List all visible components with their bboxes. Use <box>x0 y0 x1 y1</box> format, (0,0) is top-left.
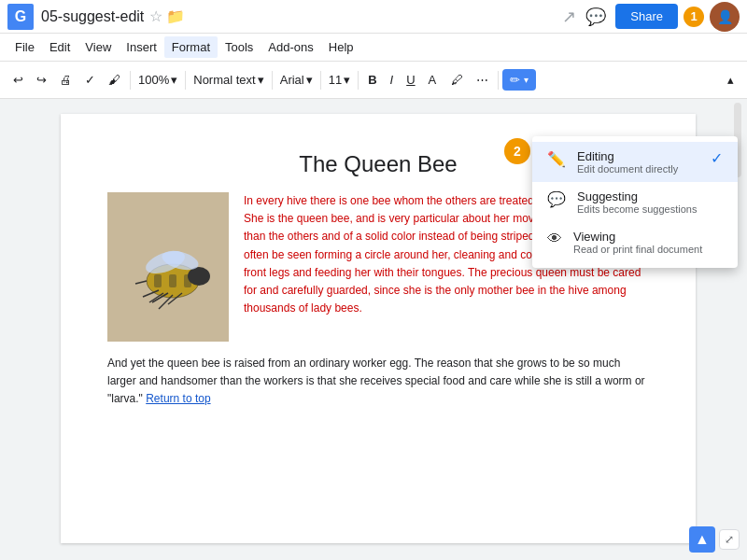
editing-dropdown: ✏️ Editing Edit document directly ✓ 💬 Su… <box>532 136 738 268</box>
document-area: The Queen Bee <box>0 99 747 560</box>
suggest-icon: 💬 <box>547 190 566 208</box>
notification-badge[interactable]: 1 <box>684 7 704 27</box>
menu-format[interactable]: Format <box>164 36 218 58</box>
chevron-down-icon: ▾ <box>258 73 264 87</box>
print-button[interactable]: 🖨 <box>54 69 78 91</box>
separator <box>272 71 273 90</box>
toolbar-collapse-button[interactable]: ▴ <box>722 69 740 91</box>
style-select[interactable]: Normal text ▾ <box>190 69 267 91</box>
checkmark-icon: ✓ <box>711 149 723 167</box>
toolbar: ↩ ↪ 🖨 ✓ 🖌 100% ▾ Normal text ▾ Arial ▾ 1… <box>0 62 747 99</box>
italic-button[interactable]: I <box>385 69 400 91</box>
font-size-select[interactable]: 11 ▾ <box>325 69 354 91</box>
left-margin <box>0 99 28 560</box>
viewing-option[interactable]: 👁 Viewing Read or print final document <box>532 222 738 262</box>
viewing-sublabel: Read or print final document <box>573 244 702 255</box>
trending-icon[interactable]: ↗ <box>562 7 576 27</box>
editing-option[interactable]: ✏️ Editing Edit document directly ✓ <box>532 142 738 182</box>
return-to-top-link[interactable]: Return to top <box>146 392 210 405</box>
separator <box>185 71 186 90</box>
chevron-down-icon: ▾ <box>306 73 313 87</box>
avatar[interactable]: 👤 <box>710 2 740 32</box>
undo-button[interactable]: ↩ <box>7 69 29 91</box>
chevron-down-icon: ▾ <box>171 73 177 87</box>
underline-button[interactable]: U <box>401 69 420 91</box>
doc-title[interactable]: 05-suggest-edit <box>41 8 144 25</box>
edit-icon: ✏️ <box>547 150 566 168</box>
editing-sublabel: Edit document directly <box>577 163 678 175</box>
menu-addons[interactable]: Add-ons <box>261 36 320 58</box>
menu-edit[interactable]: Edit <box>42 36 78 58</box>
paintformat-button[interactable]: 🖌 <box>103 69 126 91</box>
menu-view[interactable]: View <box>78 36 119 58</box>
pen-mode-button[interactable]: ✏ ▾ <box>502 69 536 91</box>
expand-button[interactable]: ⤢ <box>719 529 740 550</box>
pen-icon: ✏ <box>510 73 520 87</box>
separator <box>358 71 359 90</box>
star-icon[interactable]: ☆ <box>149 7 162 25</box>
comment-icon[interactable]: 💬 <box>585 7 606 27</box>
svg-point-7 <box>188 267 210 286</box>
titlebar: G 05-suggest-edit ☆ 📁 ↗ 💬 Share 1 👤 <box>0 0 747 34</box>
bottom-nav-area: ▲ ⤢ <box>689 526 740 553</box>
menu-tools[interactable]: Tools <box>218 36 261 58</box>
navigate-button[interactable]: ▲ <box>689 526 715 553</box>
menubar: File Edit View Insert Format Tools Add-o… <box>0 34 747 62</box>
separator <box>130 71 131 90</box>
redo-button[interactable]: ↪ <box>31 69 52 91</box>
paragraph2: And yet the queen bee is raised from an … <box>107 355 649 409</box>
menu-help[interactable]: Help <box>321 36 361 58</box>
share-button[interactable]: Share <box>615 4 678 29</box>
folder-icon[interactable]: 📁 <box>166 7 185 25</box>
chevron-down-icon: ▾ <box>524 75 529 85</box>
bold-button[interactable]: B <box>362 69 382 91</box>
highlight-button[interactable]: 🖊 <box>445 69 469 91</box>
separator <box>320 71 321 90</box>
step-badge-2: 2 <box>504 138 530 164</box>
font-select[interactable]: Arial ▾ <box>276 69 317 91</box>
font-color-button[interactable]: A <box>423 69 444 91</box>
spellcheck-button[interactable]: ✓ <box>79 69 101 91</box>
bee-image <box>107 192 229 342</box>
menu-insert[interactable]: Insert <box>119 36 164 58</box>
suggesting-sublabel: Edits become suggestions <box>577 203 697 215</box>
more-button[interactable]: ⋯ <box>471 69 494 91</box>
zoom-select[interactable]: 100% ▾ <box>134 69 181 91</box>
svg-rect-4 <box>154 274 162 287</box>
doc-icon: G <box>7 4 34 30</box>
editing-label: Editing <box>577 149 678 163</box>
separator <box>498 71 499 90</box>
viewing-label: Viewing <box>573 230 702 244</box>
svg-rect-5 <box>169 274 176 287</box>
menu-file[interactable]: File <box>7 36 42 58</box>
view-icon: 👁 <box>547 231 562 247</box>
suggesting-option[interactable]: 💬 Suggesting Edits become suggestions <box>532 182 738 222</box>
suggesting-label: Suggesting <box>577 189 697 203</box>
chevron-down-icon: ▾ <box>344 73 350 87</box>
